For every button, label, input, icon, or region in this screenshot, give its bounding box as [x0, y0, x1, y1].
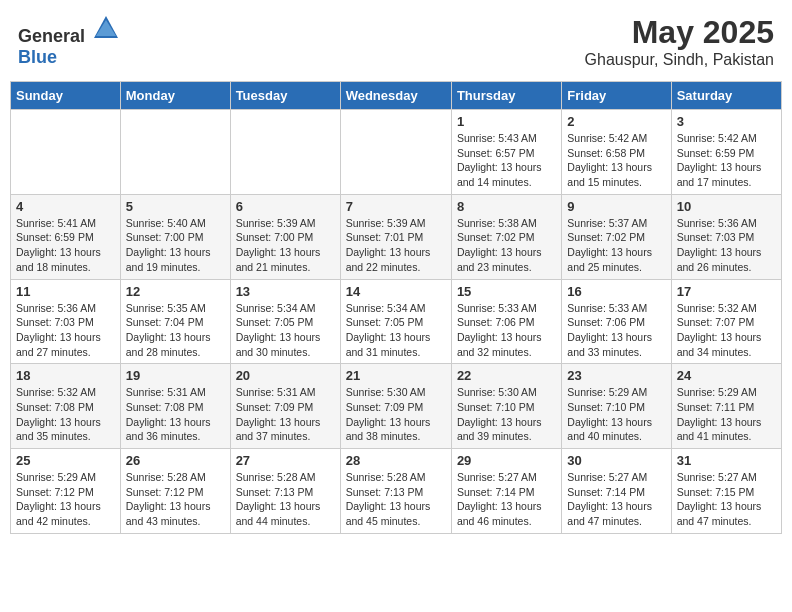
calendar-cell: 28Sunrise: 5:28 AM Sunset: 7:13 PM Dayli…: [340, 449, 451, 534]
calendar-cell: [340, 110, 451, 195]
column-header-wednesday: Wednesday: [340, 82, 451, 110]
calendar-table: SundayMondayTuesdayWednesdayThursdayFrid…: [10, 81, 782, 534]
logo-text: General Blue: [18, 14, 120, 68]
calendar-header-row: SundayMondayTuesdayWednesdayThursdayFrid…: [11, 82, 782, 110]
day-info: Sunrise: 5:32 AM Sunset: 7:08 PM Dayligh…: [16, 385, 115, 444]
calendar-cell: 14Sunrise: 5:34 AM Sunset: 7:05 PM Dayli…: [340, 279, 451, 364]
day-number: 1: [457, 114, 556, 129]
calendar-cell: 10Sunrise: 5:36 AM Sunset: 7:03 PM Dayli…: [671, 194, 781, 279]
page-header: General Blue May 2025 Ghauspur, Sindh, P…: [10, 10, 782, 73]
calendar-cell: 15Sunrise: 5:33 AM Sunset: 7:06 PM Dayli…: [451, 279, 561, 364]
column-header-friday: Friday: [562, 82, 671, 110]
column-header-sunday: Sunday: [11, 82, 121, 110]
calendar-cell: [230, 110, 340, 195]
column-header-tuesday: Tuesday: [230, 82, 340, 110]
day-number: 26: [126, 453, 225, 468]
calendar-cell: 18Sunrise: 5:32 AM Sunset: 7:08 PM Dayli…: [11, 364, 121, 449]
title-block: May 2025 Ghauspur, Sindh, Pakistan: [585, 14, 774, 69]
day-number: 13: [236, 284, 335, 299]
day-number: 16: [567, 284, 665, 299]
day-number: 2: [567, 114, 665, 129]
calendar-cell: 4Sunrise: 5:41 AM Sunset: 6:59 PM Daylig…: [11, 194, 121, 279]
day-number: 19: [126, 368, 225, 383]
day-number: 6: [236, 199, 335, 214]
calendar-cell: 24Sunrise: 5:29 AM Sunset: 7:11 PM Dayli…: [671, 364, 781, 449]
day-info: Sunrise: 5:39 AM Sunset: 7:01 PM Dayligh…: [346, 216, 446, 275]
calendar-cell: 19Sunrise: 5:31 AM Sunset: 7:08 PM Dayli…: [120, 364, 230, 449]
day-number: 4: [16, 199, 115, 214]
day-info: Sunrise: 5:39 AM Sunset: 7:00 PM Dayligh…: [236, 216, 335, 275]
day-info: Sunrise: 5:36 AM Sunset: 7:03 PM Dayligh…: [677, 216, 776, 275]
day-number: 31: [677, 453, 776, 468]
calendar-cell: 17Sunrise: 5:32 AM Sunset: 7:07 PM Dayli…: [671, 279, 781, 364]
column-header-thursday: Thursday: [451, 82, 561, 110]
calendar-cell: 27Sunrise: 5:28 AM Sunset: 7:13 PM Dayli…: [230, 449, 340, 534]
day-info: Sunrise: 5:33 AM Sunset: 7:06 PM Dayligh…: [457, 301, 556, 360]
day-number: 5: [126, 199, 225, 214]
day-info: Sunrise: 5:43 AM Sunset: 6:57 PM Dayligh…: [457, 131, 556, 190]
calendar-cell: 6Sunrise: 5:39 AM Sunset: 7:00 PM Daylig…: [230, 194, 340, 279]
day-number: 7: [346, 199, 446, 214]
column-header-monday: Monday: [120, 82, 230, 110]
day-info: Sunrise: 5:28 AM Sunset: 7:13 PM Dayligh…: [236, 470, 335, 529]
calendar-cell: 2Sunrise: 5:42 AM Sunset: 6:58 PM Daylig…: [562, 110, 671, 195]
calendar-cell: 11Sunrise: 5:36 AM Sunset: 7:03 PM Dayli…: [11, 279, 121, 364]
logo-icon: [92, 14, 120, 42]
day-number: 25: [16, 453, 115, 468]
day-info: Sunrise: 5:31 AM Sunset: 7:09 PM Dayligh…: [236, 385, 335, 444]
day-number: 23: [567, 368, 665, 383]
day-info: Sunrise: 5:29 AM Sunset: 7:12 PM Dayligh…: [16, 470, 115, 529]
calendar-week-5: 25Sunrise: 5:29 AM Sunset: 7:12 PM Dayli…: [11, 449, 782, 534]
calendar-cell: 7Sunrise: 5:39 AM Sunset: 7:01 PM Daylig…: [340, 194, 451, 279]
day-info: Sunrise: 5:28 AM Sunset: 7:12 PM Dayligh…: [126, 470, 225, 529]
calendar-cell: 1Sunrise: 5:43 AM Sunset: 6:57 PM Daylig…: [451, 110, 561, 195]
svg-marker-1: [96, 20, 116, 36]
day-number: 10: [677, 199, 776, 214]
logo-general: General: [18, 26, 85, 46]
day-number: 22: [457, 368, 556, 383]
day-number: 11: [16, 284, 115, 299]
day-info: Sunrise: 5:32 AM Sunset: 7:07 PM Dayligh…: [677, 301, 776, 360]
calendar-cell: 9Sunrise: 5:37 AM Sunset: 7:02 PM Daylig…: [562, 194, 671, 279]
calendar-cell: 30Sunrise: 5:27 AM Sunset: 7:14 PM Dayli…: [562, 449, 671, 534]
calendar-body: 1Sunrise: 5:43 AM Sunset: 6:57 PM Daylig…: [11, 110, 782, 534]
day-number: 9: [567, 199, 665, 214]
day-info: Sunrise: 5:33 AM Sunset: 7:06 PM Dayligh…: [567, 301, 665, 360]
calendar-cell: 26Sunrise: 5:28 AM Sunset: 7:12 PM Dayli…: [120, 449, 230, 534]
day-number: 30: [567, 453, 665, 468]
day-info: Sunrise: 5:34 AM Sunset: 7:05 PM Dayligh…: [236, 301, 335, 360]
calendar-cell: [120, 110, 230, 195]
calendar-cell: 21Sunrise: 5:30 AM Sunset: 7:09 PM Dayli…: [340, 364, 451, 449]
day-info: Sunrise: 5:38 AM Sunset: 7:02 PM Dayligh…: [457, 216, 556, 275]
day-number: 20: [236, 368, 335, 383]
calendar-cell: 16Sunrise: 5:33 AM Sunset: 7:06 PM Dayli…: [562, 279, 671, 364]
day-number: 24: [677, 368, 776, 383]
day-info: Sunrise: 5:29 AM Sunset: 7:10 PM Dayligh…: [567, 385, 665, 444]
column-header-saturday: Saturday: [671, 82, 781, 110]
day-number: 21: [346, 368, 446, 383]
calendar-cell: 3Sunrise: 5:42 AM Sunset: 6:59 PM Daylig…: [671, 110, 781, 195]
day-number: 14: [346, 284, 446, 299]
calendar-cell: 22Sunrise: 5:30 AM Sunset: 7:10 PM Dayli…: [451, 364, 561, 449]
day-info: Sunrise: 5:27 AM Sunset: 7:14 PM Dayligh…: [567, 470, 665, 529]
day-info: Sunrise: 5:30 AM Sunset: 7:09 PM Dayligh…: [346, 385, 446, 444]
day-number: 18: [16, 368, 115, 383]
day-info: Sunrise: 5:31 AM Sunset: 7:08 PM Dayligh…: [126, 385, 225, 444]
day-info: Sunrise: 5:37 AM Sunset: 7:02 PM Dayligh…: [567, 216, 665, 275]
day-info: Sunrise: 5:28 AM Sunset: 7:13 PM Dayligh…: [346, 470, 446, 529]
calendar-cell: 23Sunrise: 5:29 AM Sunset: 7:10 PM Dayli…: [562, 364, 671, 449]
calendar-cell: 29Sunrise: 5:27 AM Sunset: 7:14 PM Dayli…: [451, 449, 561, 534]
day-info: Sunrise: 5:30 AM Sunset: 7:10 PM Dayligh…: [457, 385, 556, 444]
day-number: 12: [126, 284, 225, 299]
calendar-week-1: 1Sunrise: 5:43 AM Sunset: 6:57 PM Daylig…: [11, 110, 782, 195]
sub-title: Ghauspur, Sindh, Pakistan: [585, 51, 774, 69]
day-info: Sunrise: 5:35 AM Sunset: 7:04 PM Dayligh…: [126, 301, 225, 360]
day-number: 28: [346, 453, 446, 468]
day-number: 27: [236, 453, 335, 468]
day-number: 17: [677, 284, 776, 299]
calendar-week-4: 18Sunrise: 5:32 AM Sunset: 7:08 PM Dayli…: [11, 364, 782, 449]
day-info: Sunrise: 5:40 AM Sunset: 7:00 PM Dayligh…: [126, 216, 225, 275]
calendar-cell: 13Sunrise: 5:34 AM Sunset: 7:05 PM Dayli…: [230, 279, 340, 364]
logo: General Blue: [18, 14, 120, 68]
calendar-cell: 12Sunrise: 5:35 AM Sunset: 7:04 PM Dayli…: [120, 279, 230, 364]
